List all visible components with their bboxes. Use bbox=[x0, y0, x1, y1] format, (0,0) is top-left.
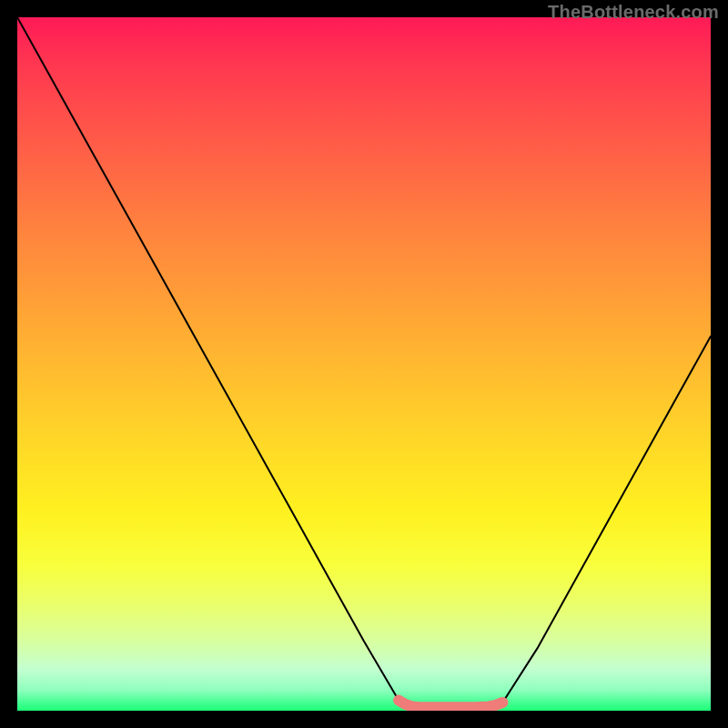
chart-svg bbox=[17, 17, 711, 711]
chart-container: TheBottleneck.com bbox=[0, 0, 728, 728]
watermark-text: TheBottleneck.com bbox=[548, 2, 719, 23]
bottleneck-curve bbox=[17, 17, 711, 707]
bottom-marker bbox=[399, 701, 502, 708]
